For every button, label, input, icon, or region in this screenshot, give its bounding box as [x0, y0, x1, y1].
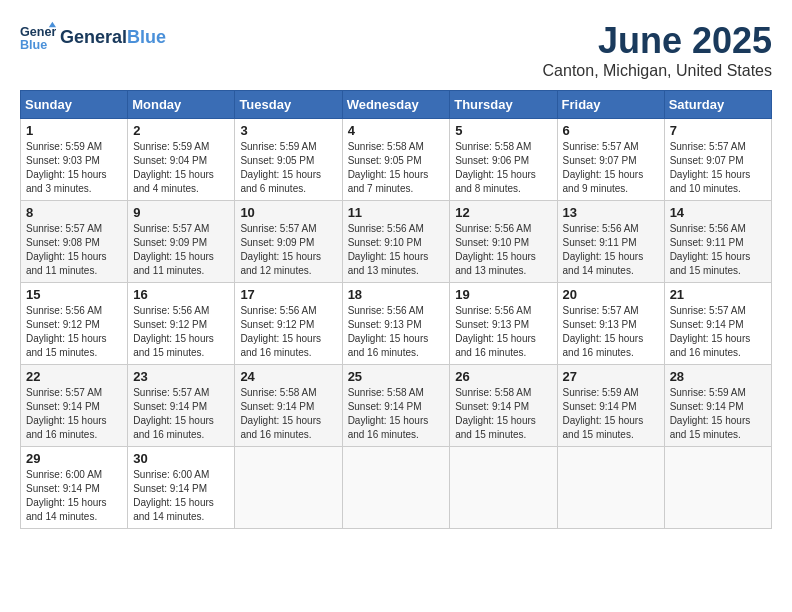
table-row: 12Sunrise: 5:56 AMSunset: 9:10 PMDayligh…	[450, 201, 557, 283]
table-row: 4Sunrise: 5:58 AMSunset: 9:05 PMDaylight…	[342, 119, 450, 201]
location-title: Canton, Michigan, United States	[543, 62, 772, 80]
calendar-table: Sunday Monday Tuesday Wednesday Thursday…	[20, 90, 772, 529]
col-thursday: Thursday	[450, 91, 557, 119]
table-row	[235, 447, 342, 529]
table-row: 8Sunrise: 5:57 AMSunset: 9:08 PMDaylight…	[21, 201, 128, 283]
col-tuesday: Tuesday	[235, 91, 342, 119]
month-title: June 2025	[543, 20, 772, 62]
table-row: 16Sunrise: 5:56 AMSunset: 9:12 PMDayligh…	[128, 283, 235, 365]
table-row: 29Sunrise: 6:00 AMSunset: 9:14 PMDayligh…	[21, 447, 128, 529]
page-header: General Blue GeneralBlue June 2025 Canto…	[20, 20, 772, 80]
col-saturday: Saturday	[664, 91, 771, 119]
logo: General Blue GeneralBlue	[20, 20, 166, 56]
table-row: 26Sunrise: 5:58 AMSunset: 9:14 PMDayligh…	[450, 365, 557, 447]
table-row: 20Sunrise: 5:57 AMSunset: 9:13 PMDayligh…	[557, 283, 664, 365]
table-row: 30Sunrise: 6:00 AMSunset: 9:14 PMDayligh…	[128, 447, 235, 529]
table-row: 11Sunrise: 5:56 AMSunset: 9:10 PMDayligh…	[342, 201, 450, 283]
table-row: 21Sunrise: 5:57 AMSunset: 9:14 PMDayligh…	[664, 283, 771, 365]
col-wednesday: Wednesday	[342, 91, 450, 119]
table-row: 25Sunrise: 5:58 AMSunset: 9:14 PMDayligh…	[342, 365, 450, 447]
title-area: June 2025 Canton, Michigan, United State…	[543, 20, 772, 80]
logo-icon: General Blue	[20, 20, 56, 56]
table-row	[342, 447, 450, 529]
table-row: 7Sunrise: 5:57 AMSunset: 9:07 PMDaylight…	[664, 119, 771, 201]
table-row: 1Sunrise: 5:59 AMSunset: 9:03 PMDaylight…	[21, 119, 128, 201]
table-row: 15Sunrise: 5:56 AMSunset: 9:12 PMDayligh…	[21, 283, 128, 365]
table-row: 22Sunrise: 5:57 AMSunset: 9:14 PMDayligh…	[21, 365, 128, 447]
table-row: 17Sunrise: 5:56 AMSunset: 9:12 PMDayligh…	[235, 283, 342, 365]
table-row: 18Sunrise: 5:56 AMSunset: 9:13 PMDayligh…	[342, 283, 450, 365]
logo-text: GeneralBlue	[60, 28, 166, 48]
col-sunday: Sunday	[21, 91, 128, 119]
calendar-header-row: Sunday Monday Tuesday Wednesday Thursday…	[21, 91, 772, 119]
table-row: 27Sunrise: 5:59 AMSunset: 9:14 PMDayligh…	[557, 365, 664, 447]
col-monday: Monday	[128, 91, 235, 119]
table-row	[450, 447, 557, 529]
table-row	[664, 447, 771, 529]
table-row	[557, 447, 664, 529]
table-row: 14Sunrise: 5:56 AMSunset: 9:11 PMDayligh…	[664, 201, 771, 283]
table-row: 2Sunrise: 5:59 AMSunset: 9:04 PMDaylight…	[128, 119, 235, 201]
col-friday: Friday	[557, 91, 664, 119]
table-row: 13Sunrise: 5:56 AMSunset: 9:11 PMDayligh…	[557, 201, 664, 283]
table-row: 28Sunrise: 5:59 AMSunset: 9:14 PMDayligh…	[664, 365, 771, 447]
table-row: 3Sunrise: 5:59 AMSunset: 9:05 PMDaylight…	[235, 119, 342, 201]
table-row: 10Sunrise: 5:57 AMSunset: 9:09 PMDayligh…	[235, 201, 342, 283]
table-row: 6Sunrise: 5:57 AMSunset: 9:07 PMDaylight…	[557, 119, 664, 201]
table-row: 19Sunrise: 5:56 AMSunset: 9:13 PMDayligh…	[450, 283, 557, 365]
svg-text:Blue: Blue	[20, 38, 47, 52]
table-row: 9Sunrise: 5:57 AMSunset: 9:09 PMDaylight…	[128, 201, 235, 283]
table-row: 24Sunrise: 5:58 AMSunset: 9:14 PMDayligh…	[235, 365, 342, 447]
table-row: 5Sunrise: 5:58 AMSunset: 9:06 PMDaylight…	[450, 119, 557, 201]
table-row: 23Sunrise: 5:57 AMSunset: 9:14 PMDayligh…	[128, 365, 235, 447]
